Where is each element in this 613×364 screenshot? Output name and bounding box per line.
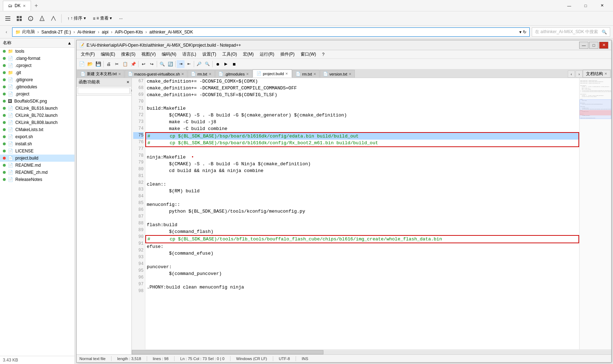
file-item-readme[interactable]: 📄 README.md (0, 162, 74, 169)
tb-indent[interactable]: ⇥ (177, 60, 185, 68)
np-tab-3[interactable]: 📄 .gitmodules ✕ (215, 70, 252, 78)
file-item-tools[interactable]: 📁 tools (0, 48, 74, 55)
maximize-button[interactable]: □ (577, 0, 594, 11)
doc-structure-close[interactable]: ✕ (604, 72, 607, 76)
tab-scroll-right[interactable]: › (576, 71, 583, 78)
more-button[interactable]: ··· (116, 15, 125, 22)
np-tab-close-5[interactable]: ✕ (313, 72, 316, 76)
tb-play[interactable]: ▶ (222, 60, 230, 68)
np-tab-5[interactable]: 📄 rm.txt ✕ (292, 70, 320, 78)
tb-copy[interactable]: 📋 (121, 60, 129, 68)
menu-help[interactable]: ? (319, 51, 327, 58)
notepad-minimize-btn[interactable]: — (579, 42, 588, 49)
np-tab-active[interactable]: 📄 project.build ✕ (253, 69, 292, 78)
tb-zoom-out[interactable]: 🔍 (203, 60, 211, 68)
dropdown-icon[interactable]: ▾ (519, 30, 521, 35)
address-path[interactable]: 📁 此电脑 › Sandisk-2T (E:) › Ai-thinker › a… (12, 27, 530, 37)
np-tab-0[interactable]: 📄 新建 文本文档.txt ✕ (77, 70, 124, 78)
tb-replace[interactable]: 🔄 (166, 60, 174, 68)
search-icon[interactable]: 🔍 (602, 30, 607, 35)
np-tab-icon-0: 📄 (80, 72, 85, 76)
np-tab-2[interactable]: 📄 rm.txt ✕ (188, 70, 215, 78)
np-tab-close-3[interactable]: ✕ (246, 72, 249, 76)
np-tab-1[interactable]: 📄 macos-guest-virtualbox.sh ✕ (125, 70, 187, 78)
tb-save[interactable]: 💾 (94, 60, 102, 68)
np-tab-close-active[interactable]: ✕ (285, 72, 288, 76)
horizontal-scrollbar[interactable] (132, 349, 611, 354)
file-item-projectbuild[interactable]: 📄 project.build (0, 155, 74, 162)
menu-settings[interactable]: 设置(T) (199, 51, 219, 58)
tb-find[interactable]: 🔍 (158, 60, 166, 68)
tb-stop[interactable]: ⏹ (230, 60, 238, 68)
file-item-gitmodules[interactable]: 📄 .gitmodules (0, 83, 74, 90)
view-button[interactable]: ≡ ≡ 查看 ▾ (90, 14, 115, 23)
notepad-close-btn[interactable]: ✕ (599, 42, 608, 49)
tb-new[interactable]: 📄 (78, 60, 86, 68)
file-name-8: BouffaloSDK.png (14, 99, 47, 104)
tb-outdent[interactable]: ⇤ (185, 60, 193, 68)
doc-structure-tab[interactable]: 文档结构 ✕ (583, 70, 611, 78)
sort-button[interactable]: ↑ ↑ 排序 ▾ (64, 14, 89, 23)
file-item-license[interactable]: 📄 LICENSE (0, 147, 74, 155)
file-item-clang[interactable]: 📄 .clang-format (0, 55, 74, 62)
menu-macro[interactable]: 宏(M) (240, 51, 256, 58)
toolbar-icon-2[interactable] (14, 14, 24, 24)
np-tab-close-1[interactable]: ✕ (181, 72, 184, 76)
tb-paste[interactable]: 📌 (129, 60, 137, 68)
browser-tab-active[interactable]: 🗂 DK ✕ (3, 1, 31, 11)
file-item-git[interactable]: 📁 .git (0, 69, 74, 76)
menu-tools[interactable]: 工具(O) (219, 51, 240, 58)
close-button[interactable]: ✕ (594, 0, 610, 11)
menu-plugins[interactable]: 插件(P) (277, 51, 297, 58)
tab-close-icon[interactable]: ✕ (23, 4, 26, 8)
tb-undo[interactable]: ↩ (140, 60, 147, 68)
func-search-input[interactable] (78, 88, 130, 94)
menu-edit[interactable]: 编辑(E) (98, 51, 118, 58)
tb-open[interactable]: 📂 (86, 60, 94, 68)
toolbar-icon-4[interactable]: ! (37, 14, 47, 24)
sort-arrow[interactable]: ▲ (67, 41, 72, 46)
np-tab-close-2[interactable]: ✕ (209, 72, 212, 76)
tb-redo[interactable]: ↪ (148, 60, 156, 68)
new-tab-button[interactable]: + (32, 1, 41, 10)
tb-zoom-in[interactable]: 🔎 (195, 60, 203, 68)
file-item-gitignore[interactable]: 📄 .gitignore (0, 76, 74, 83)
file-item-cklink702[interactable]: 📄 CKLink_BL702.launch (0, 112, 74, 119)
file-item-readme-zh[interactable]: 📄 README_zh.md (0, 169, 74, 176)
menu-view[interactable]: 视图(V) (139, 51, 159, 58)
tb-print[interactable]: 🖨 (105, 60, 113, 68)
toolbar-icon-3[interactable]: i (26, 14, 36, 24)
search-box[interactable]: 在 aithinker_Ai-M6X_SDK 中搜索 🔍 (532, 27, 610, 37)
menu-file[interactable]: 文件(F) (78, 51, 98, 58)
file-item-cklink808[interactable]: 📄 CKLink_BL808.launch (0, 119, 74, 126)
menu-language[interactable]: 语言(L) (180, 51, 199, 58)
file-item-releasenotes[interactable]: 📄 ReleaseNotes (0, 176, 74, 183)
file-item-export[interactable]: 📄 export.sh (0, 133, 74, 140)
file-item-cmakelists[interactable]: 📄 CMakeLists.txt (0, 126, 74, 133)
tab-scroll-left[interactable]: ‹ (568, 71, 575, 78)
np-tab-close-6[interactable]: ✕ (349, 72, 352, 76)
file-item-install[interactable]: 📄 install.sh (0, 140, 74, 147)
refresh-icon[interactable]: ↻ (523, 30, 526, 35)
tb-cut[interactable]: ✂ (113, 60, 121, 68)
nav-back[interactable]: ‹ (3, 28, 10, 36)
func-panel-close[interactable]: ✕ (126, 80, 129, 84)
notepad-maximize-btn[interactable]: □ (589, 42, 598, 49)
menu-window[interactable]: 窗口(W) (298, 51, 319, 58)
file-item-cproject[interactable]: 📄 .cproject (0, 62, 74, 69)
toolbar-icon-5[interactable] (48, 14, 58, 24)
file-item-cklink616[interactable]: 📄 CKLink_BL616.launch (0, 105, 74, 112)
file-item-bouffalo[interactable]: 🖼 BouffaloSDK.png (0, 98, 74, 105)
menu-search[interactable]: 搜索(S) (118, 51, 138, 58)
np-tab-close-0[interactable]: ✕ (118, 72, 121, 76)
menu-run[interactable]: 运行(R) (257, 51, 277, 58)
scrollbar-thumb[interactable] (132, 350, 323, 354)
np-tab-6[interactable]: 📄 version.txt ✕ (320, 70, 355, 78)
tb-record[interactable]: ⏺ (214, 60, 222, 68)
minimap-panel[interactable]: cmake_definition+= -DCONFIG_COMX=$(COMX)… (579, 78, 611, 349)
toolbar-icon-1[interactable] (3, 14, 13, 24)
minimize-button[interactable]: — (561, 0, 577, 11)
file-item-project[interactable]: 📄 .project (0, 90, 74, 98)
code-content[interactable]: cmake_definition+= -DCONFIG_COMX=$(COMX)… (145, 78, 579, 349)
menu-encoding[interactable]: 编码(N) (159, 51, 179, 58)
